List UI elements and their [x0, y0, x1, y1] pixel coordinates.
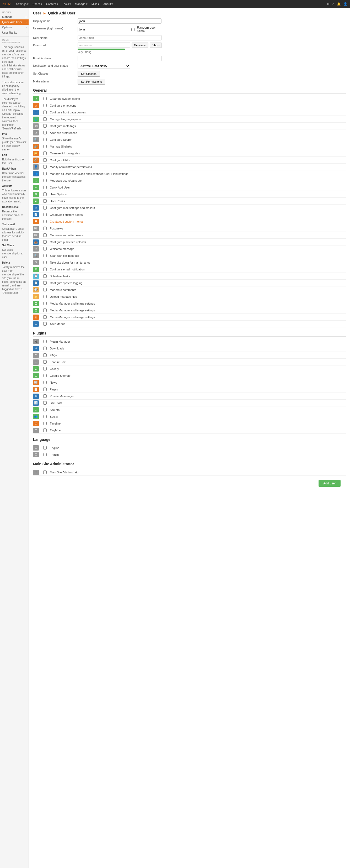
perm-checkbox[interactable] [43, 408, 47, 411]
perm-checkbox[interactable] [43, 213, 47, 216]
chevron-down-icon: ▾ [86, 2, 88, 6]
nav-users[interactable]: Users ▾ [33, 2, 42, 6]
sidebar-item-user-ranks[interactable]: User Ranks › [0, 30, 29, 35]
perm-checkbox[interactable] [43, 340, 47, 343]
perm-checkbox[interactable] [43, 111, 47, 114]
nav-tools[interactable]: Tools ▾ [62, 2, 71, 6]
perm-checkbox[interactable] [43, 446, 47, 450]
perm-checkbox[interactable] [43, 429, 47, 432]
perm-checkbox-cell [41, 274, 49, 278]
perm-checkbox[interactable] [43, 268, 47, 271]
perm-checkbox[interactable] [43, 315, 47, 319]
perm-checkbox[interactable] [43, 401, 47, 405]
sidebar-item-options[interactable]: Options › [0, 25, 29, 30]
perm-checkbox[interactable] [43, 192, 47, 196]
perm-checkbox[interactable] [43, 152, 47, 155]
perm-checkbox[interactable] [43, 172, 47, 175]
perm-checkbox[interactable] [43, 381, 47, 384]
nav-about[interactable]: About ▾ [103, 2, 113, 6]
perm-checkbox[interactable] [43, 261, 47, 264]
set-classes-button[interactable]: Set Classes [78, 71, 100, 77]
perm-checkbox[interactable] [43, 206, 47, 210]
sidebar-item-quick-add[interactable]: Quick Add User › [0, 20, 29, 25]
email-input[interactable] [78, 56, 162, 61]
perm-checkbox[interactable] [43, 470, 47, 474]
perm-checkbox[interactable] [43, 288, 47, 291]
perm-checkbox[interactable] [43, 302, 47, 305]
breadcrumb-parent[interactable]: User [33, 11, 41, 15]
home-icon[interactable]: ⌂ [332, 2, 334, 6]
nav-misc[interactable]: Misc ▾ [92, 2, 100, 6]
generate-button[interactable]: Generate [132, 42, 148, 48]
user-icon[interactable]: 👤 [344, 2, 347, 6]
perm-checkbox[interactable] [43, 104, 47, 107]
perm-checkbox[interactable] [43, 374, 47, 377]
perm-checkbox[interactable] [43, 117, 47, 121]
sidebar-item-manage[interactable]: Manage › [0, 14, 29, 20]
perm-icon: + [33, 185, 39, 190]
display-name-row: Display name [33, 19, 346, 24]
perm-checkbox[interactable] [43, 220, 47, 223]
perm-checkbox[interactable] [43, 97, 47, 100]
perm-checkbox[interactable] [43, 388, 47, 391]
perm-checkbox[interactable] [43, 360, 47, 364]
perm-checkbox[interactable] [43, 165, 47, 168]
bell-icon[interactable]: 🔔 [337, 2, 341, 6]
table-row: ☐Main Site Administrator [33, 469, 346, 476]
perm-checkbox[interactable] [43, 247, 47, 250]
notification-select[interactable]: Activate, Don't Notify [78, 63, 130, 69]
perm-checkbox[interactable] [43, 353, 47, 357]
perm-checkbox[interactable] [43, 309, 47, 312]
perm-checkbox[interactable] [43, 281, 47, 285]
password-input[interactable] [78, 42, 130, 48]
perm-checkbox[interactable] [43, 322, 47, 326]
table-row: 📂Oversee link categories [33, 150, 346, 157]
perm-checkbox-cell [41, 388, 49, 391]
random-username-checkbox[interactable] [131, 28, 135, 31]
perm-checkbox[interactable] [43, 124, 47, 128]
set-permissions-button[interactable]: Set Permissions [78, 79, 105, 85]
table-row: ☺Configure emoticons [33, 102, 346, 109]
perm-link[interactable]: Create/edit custom menus [50, 220, 83, 223]
perm-checkbox[interactable] [43, 234, 47, 237]
perm-checkbox[interactable] [43, 186, 47, 189]
perm-checkbox[interactable] [43, 274, 47, 278]
monitor-icon[interactable]: 🖥 [327, 2, 330, 6]
perm-checkbox[interactable] [43, 422, 47, 425]
perm-checkbox[interactable] [43, 240, 47, 244]
display-name-label: Display name [33, 19, 75, 23]
perm-checkbox[interactable] [43, 138, 47, 141]
show-button[interactable]: Show [150, 42, 162, 48]
perm-checkbox[interactable] [43, 254, 47, 257]
username-input[interactable] [78, 27, 129, 32]
perm-checkbox[interactable] [43, 453, 47, 456]
perm-checkbox[interactable] [43, 145, 47, 148]
perm-label: Media-Manager and image settings [49, 316, 346, 319]
arrow-icon: › [26, 31, 27, 34]
perm-label: Media-Manager and image settings [49, 302, 346, 305]
real-name-row: Real Name [33, 35, 346, 40]
logo[interactable]: e107 [3, 2, 11, 6]
perm-checkbox[interactable] [43, 131, 47, 134]
perm-checkbox[interactable] [43, 415, 47, 418]
perm-checkbox[interactable] [43, 347, 47, 350]
real-name-input[interactable] [78, 35, 162, 40]
perm-checkbox[interactable] [43, 295, 47, 298]
perm-label: Quick Add User [49, 186, 346, 189]
perm-checkbox[interactable] [43, 199, 47, 203]
perm-checkbox[interactable] [43, 226, 47, 230]
nav-settings[interactable]: Settings ▾ [16, 2, 29, 6]
table-row: ☰Create/edit custom menus [33, 218, 346, 225]
perm-checkbox[interactable] [43, 179, 47, 182]
perm-checkbox[interactable] [43, 394, 47, 398]
table-row: GGoogle Sitemap [33, 372, 346, 379]
add-user-button[interactable]: Add user [319, 480, 341, 487]
nav-manage[interactable]: Manage ▾ [75, 2, 88, 6]
nav-content[interactable]: Content ▾ [46, 2, 59, 6]
perm-label: Modify administrator permissions [49, 165, 346, 168]
perm-checkbox-cell [41, 261, 49, 264]
perm-checkbox-cell [41, 360, 49, 364]
perm-checkbox[interactable] [43, 367, 47, 370]
perm-checkbox[interactable] [43, 158, 47, 162]
display-name-input[interactable] [78, 19, 162, 24]
